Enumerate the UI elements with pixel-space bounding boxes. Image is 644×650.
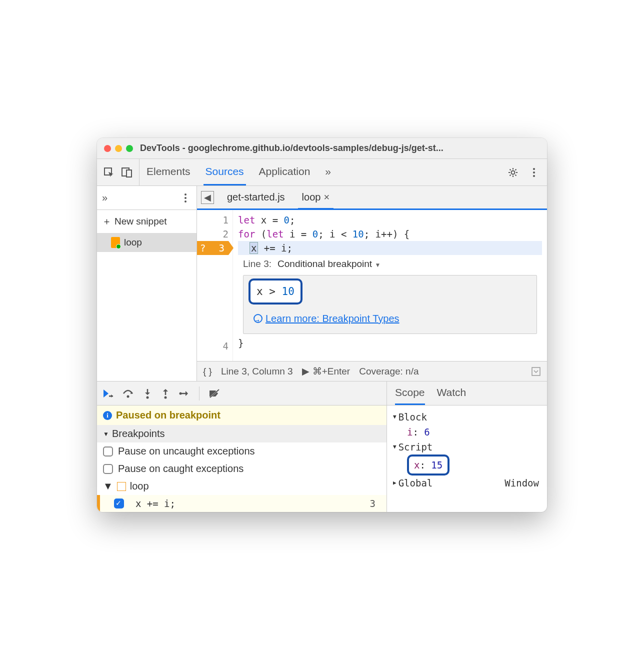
svg-point-12 [127,395,130,398]
scope-script[interactable]: ▼Script [393,440,541,454]
pretty-print-button[interactable]: { } [203,366,212,377]
svg-point-7 [184,194,186,196]
new-snippet-label: New snippet [114,216,167,227]
svg-point-15 [180,392,182,394]
breakpoint-condition-input[interactable]: x > 10 [248,278,302,304]
sources-panel: » ＋ New snippet loop ◀ get-started.js lo… [97,186,547,381]
step-into-button[interactable] [143,388,152,399]
paused-message: i Paused on breakpoint [97,406,386,425]
run-snippet-button[interactable]: ▶ ⌘+Enter [302,366,350,377]
breakpoint-enabled-checkbox[interactable] [114,498,124,508]
tab-elements[interactable]: Elements [144,159,192,186]
line-gutter[interactable]: 1 2 ?3 4 [197,210,233,361]
info-icon: i [103,411,112,420]
editor-pane: ◀ get-started.js loop × 1 2 ?3 4 let x =… [197,186,547,381]
svg-rect-10 [532,368,540,376]
navigator-pane: » ＋ New snippet loop [97,186,197,381]
svg-point-6 [533,175,535,177]
scope-global[interactable]: ▶Global [393,476,432,490]
learn-more-link[interactable]: Learn more: Breakpoint Types [266,313,400,324]
pause-caught-checkbox[interactable]: Pause on caught exceptions [97,460,386,478]
deactivate-breakpoints-button[interactable] [208,388,220,398]
main-toolbar: Elements Sources Application » [97,159,547,186]
svg-point-3 [512,170,515,174]
breakpoint-file-header[interactable]: ▼ loop [97,478,386,495]
minimize-window-button[interactable] [115,145,122,152]
svg-point-4 [533,168,535,170]
breakpoint-entry[interactable]: x += i; 3 [97,495,386,512]
breakpoint-condition-editor: x > 10 Learn more: Breakpoint Types [243,275,537,334]
learn-more-icon [254,314,262,323]
navigate-back-icon[interactable]: ◀ [201,191,214,204]
navigator-menu-icon[interactable] [180,192,192,204]
scope-var-i: i: 6 [393,424,541,440]
breakpoint-editor-header: Line 3: Conditional breakpoint ▼ [243,257,537,272]
step-over-button[interactable] [122,388,134,398]
close-window-button[interactable] [104,145,111,152]
settings-icon[interactable] [507,166,519,178]
navigator-overflow[interactable]: » [102,192,108,204]
new-snippet-button[interactable]: ＋ New snippet [97,210,196,233]
maximize-window-button[interactable] [126,145,133,152]
step-out-button[interactable] [161,388,170,399]
svg-point-14 [164,396,167,398]
inspect-icon[interactable] [103,166,115,178]
snippet-file-label: loop [124,237,142,248]
svg-point-5 [533,172,535,174]
close-tab-icon[interactable]: × [324,192,330,203]
snippet-file-icon [111,237,120,248]
plus-icon: ＋ [102,215,112,228]
breakpoint-type-dropdown[interactable]: Conditional breakpoint ▼ [278,257,380,272]
svg-point-8 [184,197,186,199]
traffic-lights [104,145,133,152]
breakpoint-marker[interactable]: ?3 [197,241,228,255]
device-toggle-icon[interactable] [121,166,133,178]
code-editor[interactable]: let x = 0; for (let i = 0; i < 10; i++) … [233,210,547,361]
scope-tree: ▼Block i: 6 ▼Script x: 15 ▶Global Window [387,406,547,494]
watch-tab[interactable]: Watch [437,382,466,405]
snippet-badge-icon [117,482,126,491]
scope-global-value: Window [504,476,539,490]
file-tab-loop[interactable]: loop × [298,187,334,210]
devtools-window: DevTools - googlechrome.github.io/devtoo… [97,138,547,512]
tabs-overflow[interactable]: » [323,159,333,186]
editor-status-bar: { } Line 3, Column 3 ▶ ⌘+Enter Coverage:… [197,361,547,381]
snippet-file-loop[interactable]: loop [97,233,196,252]
debugger-controls [97,382,386,406]
collapse-icon[interactable] [531,366,541,376]
scope-tab[interactable]: Scope [395,382,425,405]
resume-button[interactable] [102,388,113,399]
step-button[interactable] [179,390,190,398]
debugger-panel: i Paused on breakpoint ▼Breakpoints Paus… [97,381,547,512]
svg-point-13 [146,396,149,398]
kebab-menu-icon[interactable] [528,166,540,178]
titlebar: DevTools - googlechrome.github.io/devtoo… [97,138,547,159]
svg-point-9 [184,200,186,202]
tab-sources[interactable]: Sources [204,159,246,186]
scope-var-x: x: 15 [393,454,541,476]
scope-block[interactable]: ▼Block [393,410,541,424]
svg-rect-2 [126,170,132,177]
file-tab-get-started[interactable]: get-started.js [223,186,289,208]
tab-application[interactable]: Application [257,159,312,186]
window-title: DevTools - googlechrome.github.io/devtoo… [140,143,444,154]
coverage-status: Coverage: n/a [359,366,418,377]
breakpoints-section-header[interactable]: ▼Breakpoints [97,425,386,442]
pause-uncaught-checkbox[interactable]: Pause on uncaught exceptions [97,442,386,460]
cursor-position: Line 3, Column 3 [221,366,293,377]
